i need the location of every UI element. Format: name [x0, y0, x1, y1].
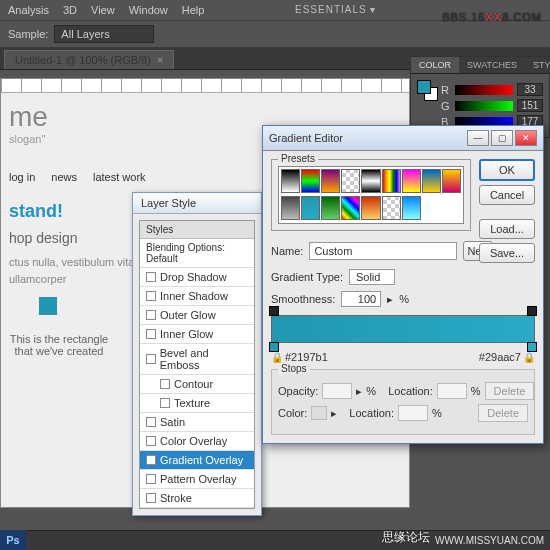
watermark-bottom: 思缘论坛: [382, 529, 430, 546]
color-stop-left[interactable]: [269, 342, 279, 352]
style-pattern-overlay[interactable]: Pattern Overlay: [140, 470, 254, 489]
r-slider[interactable]: [455, 85, 513, 95]
close-button[interactable]: ✕: [515, 130, 537, 146]
style-texture[interactable]: Texture: [140, 394, 254, 413]
layer-style-dialog: Layer Style Styles Blending Options: Def…: [132, 192, 262, 516]
close-icon[interactable]: ×: [157, 54, 163, 66]
gradient-editor-dialog: Gradient Editor — ▢ ✕ OK Cancel Load... …: [262, 125, 544, 444]
style-stroke[interactable]: Stroke: [140, 489, 254, 508]
ok-button[interactable]: OK: [479, 159, 535, 181]
style-contour[interactable]: Contour: [140, 375, 254, 394]
style-drop-shadow[interactable]: Drop Shadow: [140, 268, 254, 287]
color-location-input: [398, 405, 428, 421]
cancel-button[interactable]: Cancel: [479, 185, 535, 205]
watermark-bottom-url: WWW.MISSYUAN.COM: [435, 535, 544, 546]
stops-label: Stops: [278, 363, 310, 374]
style-gradient-overlay[interactable]: Gradient Overlay: [140, 451, 254, 470]
gradient-title: Gradient Editor: [269, 132, 343, 144]
opacity-stop-left[interactable]: [269, 306, 279, 316]
document-tab[interactable]: Untitled-1 @ 100% (RGB/8)×: [4, 50, 174, 69]
type-label: Gradient Type:: [271, 271, 343, 283]
style-outer-glow[interactable]: Outer Glow: [140, 306, 254, 325]
preset-grid[interactable]: [278, 166, 464, 224]
sample-select[interactable]: All Layers: [54, 25, 154, 43]
style-satin[interactable]: Satin: [140, 413, 254, 432]
r-value[interactable]: 33: [517, 83, 543, 96]
demo-rectangle: [39, 297, 57, 315]
style-inner-shadow[interactable]: Inner Shadow: [140, 287, 254, 306]
ps-icon[interactable]: Ps: [0, 530, 26, 550]
location-input: [437, 383, 467, 399]
ruler-horizontal: [1, 79, 409, 93]
style-bevel[interactable]: Bevel and Emboss: [140, 344, 254, 375]
style-inner-glow[interactable]: Inner Glow: [140, 325, 254, 344]
lock-icon: 🔒: [271, 352, 283, 363]
menu-3d[interactable]: 3D: [63, 4, 77, 16]
smoothness-input[interactable]: [341, 291, 381, 307]
sample-label: Sample:: [8, 28, 48, 40]
styles-header[interactable]: Styles: [140, 221, 254, 239]
name-label: Name:: [271, 245, 303, 257]
tab-styles[interactable]: STYLES: [525, 57, 550, 73]
menu-analysis[interactable]: Analysis: [8, 4, 49, 16]
style-color-overlay[interactable]: Color Overlay: [140, 432, 254, 451]
hex-right: #29aac7🔒: [479, 351, 535, 363]
callout-text: This is the rectangle that we've created: [9, 333, 109, 357]
type-select[interactable]: Solid: [349, 269, 395, 285]
gradient-bar[interactable]: [271, 315, 535, 343]
menu-window[interactable]: Window: [129, 4, 168, 16]
delete-opacity-button: Delete: [485, 382, 535, 400]
menu-help[interactable]: Help: [182, 4, 205, 16]
opacity-stop-right[interactable]: [527, 306, 537, 316]
save-button[interactable]: Save...: [479, 243, 535, 263]
blending-options[interactable]: Blending Options: Default: [140, 239, 254, 268]
hex-left: 🔒#2197b1: [271, 351, 328, 363]
smoothness-label: Smoothness:: [271, 293, 335, 305]
workspace-switcher[interactable]: ESSENTIALS ▾: [295, 4, 376, 15]
opacity-input: [322, 383, 352, 399]
presets-label: Presets: [278, 153, 318, 164]
color-stop-right[interactable]: [527, 342, 537, 352]
delete-color-button: Delete: [478, 404, 528, 422]
color-swatch: [311, 406, 327, 420]
options-bar: Sample: All Layers: [0, 21, 550, 48]
dialog-title: Layer Style: [133, 193, 261, 214]
tab-color[interactable]: COLOR: [411, 57, 459, 73]
tab-swatches[interactable]: SWATCHES: [459, 57, 525, 73]
load-button[interactable]: Load...: [479, 219, 535, 239]
lock-icon: 🔒: [523, 352, 535, 363]
watermark-top: BBS.16XX8.COM: [442, 8, 542, 24]
name-input[interactable]: [309, 242, 457, 260]
maximize-button[interactable]: ▢: [491, 130, 513, 146]
minimize-button[interactable]: —: [467, 130, 489, 146]
g-slider[interactable]: [455, 101, 513, 111]
g-value[interactable]: 151: [517, 99, 543, 112]
menu-view[interactable]: View: [91, 4, 115, 16]
